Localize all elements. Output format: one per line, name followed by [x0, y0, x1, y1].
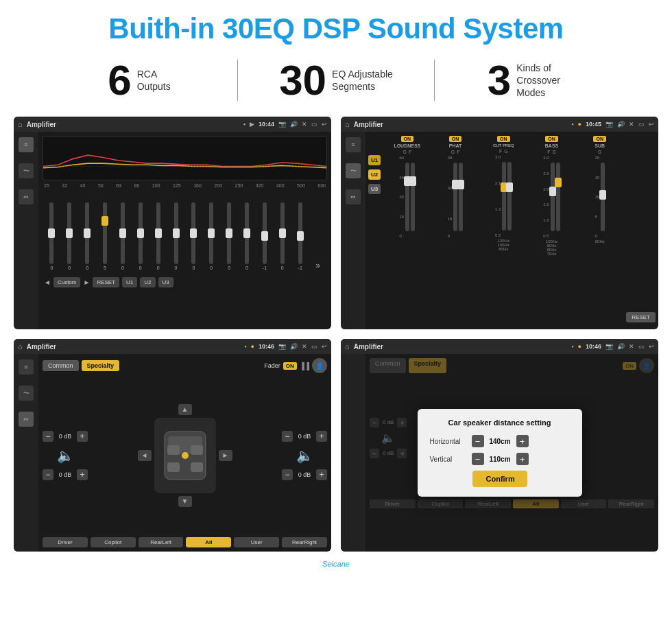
- screen1-title: Amplifier: [27, 121, 239, 128]
- screen2-back-icon[interactable]: ↩: [649, 121, 654, 128]
- dialog-title: Car speaker distance setting: [430, 418, 570, 427]
- rearright-btn[interactable]: RearRight: [282, 537, 327, 547]
- left-speaker-icon: 🔈: [43, 447, 88, 464]
- screen3-back-icon[interactable]: ↩: [322, 343, 327, 350]
- vol-right-bot-minus[interactable]: −: [282, 469, 293, 480]
- bass-g-slider[interactable]: [556, 163, 560, 231]
- eq-u3-btn[interactable]: U3: [158, 277, 173, 287]
- screen3-sidebar: ≡ 〜 ⇔: [14, 354, 38, 552]
- loudness-g-slider[interactable]: [405, 163, 409, 231]
- phat-f-slider[interactable]: [459, 163, 463, 231]
- horizontal-minus-btn[interactable]: −: [472, 435, 484, 447]
- vertical-minus-btn[interactable]: −: [472, 453, 484, 465]
- bass-on[interactable]: ON: [545, 136, 558, 142]
- sc2-eq-icon[interactable]: ≡: [346, 137, 361, 152]
- eq-u2-btn[interactable]: U2: [140, 277, 155, 287]
- svg-rect-6: [191, 462, 203, 472]
- pos-right-btn[interactable]: ►: [219, 450, 232, 461]
- all-btn[interactable]: All: [186, 537, 231, 547]
- screen4-icon3: 📷: [605, 343, 613, 350]
- phat-on[interactable]: ON: [449, 136, 462, 142]
- vertical-row: Vertical − 110cm +: [430, 453, 570, 465]
- vol-right-bot: − 0 dB +: [282, 469, 327, 480]
- watermark-text: Seicane: [322, 560, 350, 568]
- sc2-wave-icon[interactable]: 〜: [346, 163, 361, 178]
- eq-custom-btn[interactable]: Custom: [53, 277, 81, 287]
- vol-left-bot-plus[interactable]: +: [77, 469, 88, 480]
- common-tab[interactable]: Common: [43, 360, 79, 371]
- phat-g-slider[interactable]: [453, 163, 457, 231]
- sidebar-wave-icon[interactable]: 〜: [19, 163, 34, 178]
- sc2-balance-icon[interactable]: ⇔: [346, 189, 361, 204]
- screen3-time: 10:46: [259, 343, 274, 350]
- vol-left-top-minus[interactable]: −: [43, 431, 53, 442]
- screen3-dot: ●: [251, 343, 254, 350]
- screen3-icon1: ▪: [244, 343, 246, 350]
- screen2-main: U1 U2 U3 ON LOUDNESS GF 6: [365, 132, 658, 329]
- sc3-wave-icon[interactable]: 〜: [19, 386, 34, 401]
- profile-icon[interactable]: 👤: [312, 358, 327, 373]
- sc3-balance-icon[interactable]: ⇔: [19, 412, 34, 427]
- screen2-home-icon[interactable]: ⌂: [345, 120, 350, 128]
- u1-button[interactable]: U1: [368, 155, 381, 165]
- u2-button[interactable]: U2: [368, 169, 381, 180]
- rearleft-btn[interactable]: RearLeft: [139, 537, 184, 547]
- vol-right-bot-plus[interactable]: +: [316, 469, 327, 480]
- u3-button[interactable]: U3: [368, 184, 381, 194]
- svg-rect-4: [191, 445, 203, 455]
- cutfreq-on[interactable]: ON: [497, 136, 510, 142]
- eq-u1-btn[interactable]: U1: [122, 277, 137, 287]
- screen3-home-icon[interactable]: ⌂: [18, 342, 23, 351]
- stat-rca-number: 6: [108, 59, 131, 102]
- screen2-content: ≡ 〜 ⇔ U1 U2 U3 ON: [341, 132, 658, 329]
- screen4-back-icon[interactable]: ↩: [649, 343, 654, 350]
- screen1-header: ⌂ Amplifier ▪ ▶ 10:44 📷 🔊 ✕ ▭ ↩: [14, 117, 331, 132]
- driver-btn[interactable]: Driver: [43, 537, 88, 547]
- user-btn[interactable]: User: [234, 537, 279, 547]
- sc3-eq-icon[interactable]: ≡: [19, 359, 34, 375]
- sub-g-slider[interactable]: [601, 163, 605, 231]
- phat-sliders: 48 32 160: [448, 156, 464, 238]
- sidebar-eq-icon[interactable]: ≡: [19, 137, 34, 152]
- vol-right-top-plus[interactable]: +: [316, 431, 327, 442]
- horizontal-plus-btn[interactable]: +: [516, 435, 529, 447]
- screen3-main: Common Specialty Fader ON ▐▐ 👤 − 0 dB +: [38, 354, 331, 552]
- watermark: Seicane: [0, 558, 672, 569]
- vol-right-top-minus[interactable]: −: [282, 431, 293, 442]
- pos-up-btn[interactable]: ▲: [178, 404, 192, 415]
- cutfreq-f-slider[interactable]: [502, 162, 506, 231]
- vol-left-top: − 0 dB +: [43, 431, 88, 442]
- specialty-tab[interactable]: Specialty: [82, 360, 120, 371]
- stat-eq: 30 EQ AdjustableSegments: [238, 59, 434, 102]
- screen4-header: ⌂ Amplifier ▪ ● 10:46 📷 🔊 ✕ ▭ ↩: [341, 339, 658, 354]
- screen4-home-icon[interactable]: ⌂: [345, 342, 350, 351]
- col-phat: ON PHAT GF 48 32 160: [433, 136, 477, 325]
- sidebar-balance-icon[interactable]: ⇔: [19, 189, 34, 204]
- pos-left-btn[interactable]: ◄: [138, 450, 152, 461]
- loudness-f-slider[interactable]: [411, 163, 415, 231]
- fader-on-badge[interactable]: ON: [283, 362, 297, 370]
- screen2-header: ⌂ Amplifier ▪ ● 10:45 📷 🔊 ✕ ▭ ↩: [341, 117, 658, 132]
- horizontal-value: 140cm: [488, 438, 512, 445]
- vertical-plus-btn[interactable]: +: [516, 453, 529, 465]
- screen1-home-icon[interactable]: ⌂: [18, 120, 23, 128]
- eq-reset-btn[interactable]: RESET: [93, 277, 119, 287]
- fader-label: Fader: [264, 362, 280, 369]
- vol-left-bot-minus[interactable]: −: [43, 469, 53, 480]
- vertical-label: Vertical: [430, 456, 468, 463]
- copilot-btn[interactable]: Copilot: [91, 537, 136, 547]
- pos-down-btn[interactable]: ▼: [178, 496, 192, 507]
- screen2-time: 10:45: [586, 121, 601, 128]
- confirm-button[interactable]: Confirm: [472, 471, 527, 487]
- eq-prev-btn[interactable]: ◄: [44, 279, 51, 286]
- screen1-back-icon[interactable]: ↩: [322, 121, 327, 128]
- screen1-icon5: ✕: [302, 121, 307, 128]
- vol-left-top-plus[interactable]: +: [77, 431, 88, 442]
- sub-on[interactable]: ON: [593, 136, 606, 142]
- eq-next-btn[interactable]: ►: [83, 279, 90, 286]
- stat-eq-label: EQ AdjustableSegments: [332, 68, 393, 93]
- cutfreq-g-slider[interactable]: [507, 162, 512, 231]
- bass-f-slider[interactable]: [551, 163, 555, 231]
- crossover-reset-btn[interactable]: RESET: [626, 312, 656, 322]
- loudness-on[interactable]: ON: [401, 136, 414, 142]
